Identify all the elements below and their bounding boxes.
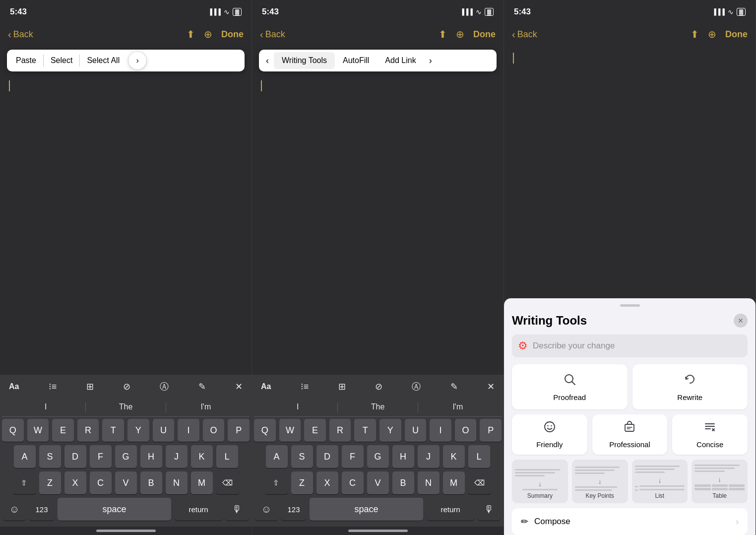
more-icon-1[interactable]: ⊕ xyxy=(204,28,212,40)
key-g[interactable]: G xyxy=(115,445,137,468)
key-a[interactable]: A xyxy=(14,445,36,468)
suggestion-1[interactable]: I xyxy=(6,402,85,412)
attach-tool-1[interactable]: ⊘ xyxy=(121,379,132,394)
font-tool-1[interactable]: Aa xyxy=(7,380,21,393)
key-y2[interactable]: Y xyxy=(379,419,401,442)
key-d2[interactable]: D xyxy=(316,445,338,468)
key-b[interactable]: B xyxy=(140,471,162,494)
key-z2[interactable]: Z xyxy=(291,471,313,494)
more-icon-2[interactable]: ⊕ xyxy=(456,28,464,40)
key-s2[interactable]: S xyxy=(291,445,313,468)
professional-button[interactable]: Professional xyxy=(592,414,668,455)
suggestion-3[interactable]: I'm xyxy=(166,402,246,412)
format-tool-1[interactable]: Ⓐ xyxy=(158,379,171,395)
key-l2[interactable]: L xyxy=(468,445,490,468)
wt-next-button[interactable]: › xyxy=(424,52,437,70)
key-o2[interactable]: O xyxy=(455,419,477,442)
key-x2[interactable]: X xyxy=(316,471,338,494)
mic-key-1[interactable]: 🎙 xyxy=(226,498,249,521)
attach-tool-2[interactable]: ⊘ xyxy=(373,379,384,394)
key-r[interactable]: R xyxy=(77,419,99,442)
key-k[interactable]: K xyxy=(191,445,213,468)
key-h2[interactable]: H xyxy=(392,445,414,468)
key-c[interactable]: C xyxy=(90,471,112,494)
table-tool-2[interactable]: ⊞ xyxy=(336,379,348,394)
font-tool-2[interactable]: Aa xyxy=(259,380,273,393)
key-t[interactable]: T xyxy=(102,419,124,442)
key-m2[interactable]: M xyxy=(443,471,465,494)
key-s[interactable]: S xyxy=(39,445,61,468)
suggestion-5[interactable]: The xyxy=(338,402,417,412)
back-button-2[interactable]: ‹ Back xyxy=(260,29,285,40)
key-p[interactable]: P xyxy=(228,419,250,442)
key-f[interactable]: F xyxy=(90,445,112,468)
key-o[interactable]: O xyxy=(203,419,225,442)
key-t2[interactable]: T xyxy=(354,419,376,442)
suggestion-4[interactable]: I xyxy=(258,402,337,412)
key-h[interactable]: H xyxy=(140,445,162,468)
key-m[interactable]: M xyxy=(191,471,213,494)
key-k2[interactable]: K xyxy=(443,445,465,468)
list-tool-2[interactable]: ⁝≡ xyxy=(299,379,311,394)
rewrite-button[interactable]: Rewrite xyxy=(632,364,748,409)
key-u2[interactable]: U xyxy=(405,419,427,442)
delete-key-1[interactable]: ⌫ xyxy=(216,471,239,494)
key-z[interactable]: Z xyxy=(39,471,61,494)
key-j2[interactable]: J xyxy=(418,445,440,468)
key-i2[interactable]: I xyxy=(430,419,451,442)
key-b2[interactable]: B xyxy=(392,471,414,494)
key-g2[interactable]: G xyxy=(367,445,389,468)
pencil-tool-2[interactable]: ✎ xyxy=(448,379,460,394)
table-tool-1[interactable]: ⊞ xyxy=(84,379,96,394)
concise-button[interactable]: Concise xyxy=(672,414,748,455)
select-button[interactable]: Select xyxy=(44,52,79,69)
key-r2[interactable]: R xyxy=(329,419,351,442)
back-button-1[interactable]: ‹ Back xyxy=(8,29,33,40)
mic-key-2[interactable]: 🎙 xyxy=(478,498,501,521)
list-tool-1[interactable]: ⁝≡ xyxy=(47,379,59,394)
key-w2[interactable]: W xyxy=(279,419,301,442)
space-key-2[interactable]: space xyxy=(310,498,423,521)
format-tool-2[interactable]: Ⓐ xyxy=(410,379,423,395)
share-icon-2[interactable]: ⬆ xyxy=(439,28,447,40)
return-key-2[interactable]: return xyxy=(427,498,474,521)
list-button[interactable]: ↓ List xyxy=(632,460,688,503)
add-link-button[interactable]: Add Link xyxy=(377,52,424,69)
key-p2[interactable]: P xyxy=(480,419,502,442)
select-all-button[interactable]: Select All xyxy=(80,52,126,69)
pencil-tool-1[interactable]: ✎ xyxy=(196,379,208,394)
suggestion-6[interactable]: I'm xyxy=(418,402,498,412)
close-tool-2[interactable]: ✕ xyxy=(485,379,497,394)
key-n[interactable]: N xyxy=(166,471,188,494)
return-key-1[interactable]: return xyxy=(175,498,222,521)
key-i[interactable]: I xyxy=(178,419,199,442)
shift-key-1[interactable]: ⇧ xyxy=(13,471,36,494)
autofill-button[interactable]: AutoFill xyxy=(335,52,377,69)
done-button-3[interactable]: Done xyxy=(725,29,748,40)
key-u[interactable]: U xyxy=(153,419,175,442)
key-points-button[interactable]: ↓ Key Points xyxy=(572,460,628,503)
key-q2[interactable]: Q xyxy=(254,419,276,442)
summary-button[interactable]: ↓ Summary xyxy=(512,460,568,503)
key-j[interactable]: J xyxy=(166,445,188,468)
key-e[interactable]: E xyxy=(52,419,74,442)
key-q[interactable]: Q xyxy=(2,419,24,442)
proofread-button[interactable]: Proofread xyxy=(512,364,628,409)
writing-tools-button[interactable]: Writing Tools xyxy=(274,52,335,69)
key-x[interactable]: X xyxy=(64,471,86,494)
key-w[interactable]: W xyxy=(27,419,49,442)
context-chevron-button[interactable]: › xyxy=(128,52,146,69)
share-icon-1[interactable]: ⬆ xyxy=(187,28,195,40)
shift-key-2[interactable]: ⇧ xyxy=(265,471,288,494)
more-icon-3[interactable]: ⊕ xyxy=(708,28,716,40)
key-c2[interactable]: C xyxy=(342,471,364,494)
key-v[interactable]: V xyxy=(115,471,137,494)
share-icon-3[interactable]: ⬆ xyxy=(691,28,699,40)
friendly-button[interactable]: Friendly xyxy=(512,414,587,455)
key-y[interactable]: Y xyxy=(127,419,149,442)
back-button-3[interactable]: ‹ Back xyxy=(512,29,537,40)
emoji-key-2[interactable]: ☺ xyxy=(255,498,278,521)
done-button-1[interactable]: Done xyxy=(221,29,244,40)
note-content-2[interactable] xyxy=(252,74,504,375)
done-button-2[interactable]: Done xyxy=(473,29,496,40)
